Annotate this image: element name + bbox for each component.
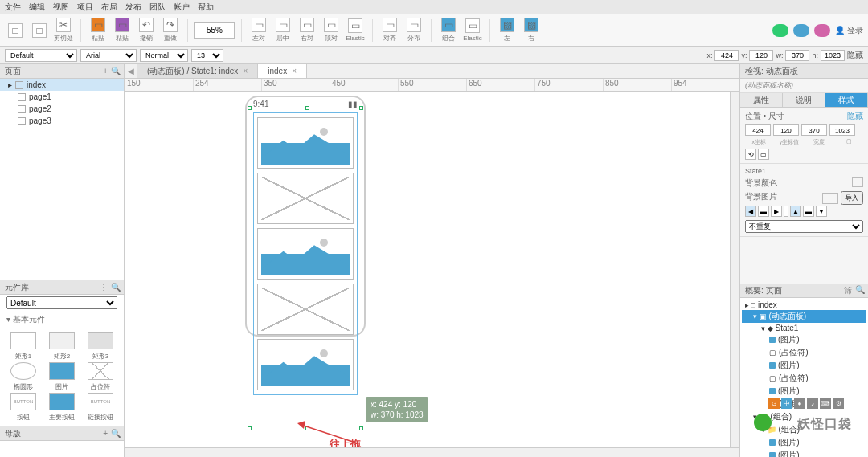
canvas[interactable]: 9:41▮▮ x: 424 y: 120w: 370 h: 1023 往上拖 bbox=[125, 92, 739, 457]
menu-item[interactable]: 帮助 bbox=[198, 2, 214, 13]
size-select[interactable]: 13 bbox=[191, 49, 223, 62]
align-btn[interactable]: ▼ bbox=[816, 206, 827, 217]
page-item[interactable]: page2 bbox=[0, 103, 124, 115]
share-icon[interactable] bbox=[814, 24, 830, 37]
tool-dist[interactable]: ▭分布 bbox=[403, 18, 424, 43]
align-btn[interactable]: ▲ bbox=[790, 206, 801, 217]
widget-name-field[interactable]: (动态面板名称) bbox=[740, 79, 868, 93]
tool-l[interactable]: ▨左 bbox=[497, 18, 518, 43]
flip-btn[interactable]: ▭ bbox=[758, 149, 769, 160]
outline-item[interactable]: (图片) bbox=[742, 385, 866, 398]
tool-undo[interactable]: ↶撤销 bbox=[136, 18, 157, 43]
rotate-btn[interactable]: ⟲ bbox=[745, 149, 756, 160]
close-icon[interactable]: × bbox=[292, 67, 297, 75]
widget-link-button[interactable]: BUTTON链接按钮 bbox=[82, 393, 119, 422]
close-icon[interactable]: × bbox=[243, 67, 248, 75]
search-icon[interactable]: 🔍 bbox=[855, 285, 865, 296]
scrollbar-vertical[interactable] bbox=[730, 92, 739, 447]
menu-item[interactable]: 布局 bbox=[101, 2, 117, 13]
panel-image-2[interactable] bbox=[257, 228, 354, 280]
menu-item[interactable]: 项目 bbox=[77, 2, 93, 13]
tool-paste2[interactable]: ▭粘贴 bbox=[112, 18, 133, 43]
tab-index[interactable]: index × bbox=[258, 64, 307, 78]
tool-align[interactable]: ▭对齐 bbox=[379, 18, 400, 43]
preset-select[interactable]: Default bbox=[5, 49, 77, 62]
tool-align-l[interactable]: ▭左对 bbox=[248, 18, 269, 43]
ime-icon[interactable]: G bbox=[768, 398, 780, 409]
menu-item[interactable]: 编辑 bbox=[29, 2, 45, 13]
tab-style[interactable]: 样式 bbox=[825, 93, 868, 107]
outline-item[interactable]: ▾ ▣ (动态面板) bbox=[742, 310, 866, 323]
widget-rect1[interactable]: 矩形1 bbox=[5, 332, 42, 361]
widget-image[interactable]: 图片 bbox=[43, 362, 80, 391]
menu-item[interactable]: 帐户 bbox=[174, 2, 190, 13]
add-page-icon[interactable]: + bbox=[103, 67, 108, 75]
ime-icon[interactable]: ♪ bbox=[807, 398, 818, 409]
tool-align-t[interactable]: ▭顶对 bbox=[321, 18, 342, 43]
tool-open[interactable]: □ bbox=[29, 23, 50, 38]
dynamic-panel[interactable] bbox=[253, 112, 358, 395]
tool-r[interactable]: ▨右 bbox=[521, 18, 542, 43]
outline-item[interactable]: ▢ (占位符) bbox=[742, 346, 866, 359]
widget-rect3[interactable]: 矩形3 bbox=[82, 332, 119, 361]
page-item[interactable]: ▸ index bbox=[0, 79, 124, 91]
coord-w[interactable] bbox=[785, 50, 809, 61]
login-link[interactable]: 👤 登录 bbox=[835, 25, 863, 36]
widget-ellipse[interactable]: 椭圆形 bbox=[5, 362, 42, 391]
widget-placeholder[interactable]: 占位符 bbox=[82, 362, 119, 391]
widget-button[interactable]: BUTTON按钮 bbox=[5, 393, 42, 422]
search-icon[interactable]: 🔍 bbox=[111, 429, 121, 438]
widget-rect2[interactable]: 矩形2 bbox=[43, 332, 80, 361]
coord-h[interactable] bbox=[821, 50, 845, 61]
panel-placeholder-1[interactable] bbox=[257, 173, 354, 224]
align-btn[interactable]: ▬ bbox=[758, 206, 769, 217]
tool-redo[interactable]: ↷重做 bbox=[160, 18, 181, 43]
panel-image-3[interactable] bbox=[257, 339, 354, 390]
tool-align-c[interactable]: ▭居中 bbox=[272, 18, 293, 43]
filter-icon[interactable]: 筛 bbox=[844, 285, 852, 296]
tool-elastic2[interactable]: ▭Elastic bbox=[462, 18, 483, 42]
outline-item[interactable]: ▸ □ index bbox=[742, 300, 866, 310]
add-master-icon[interactable]: + bbox=[103, 429, 108, 438]
align-btn[interactable]: ▬ bbox=[803, 206, 814, 217]
outline-item[interactable]: ▢ (占位符) bbox=[742, 372, 866, 385]
scrollbar-horizontal[interactable] bbox=[125, 447, 739, 457]
outline-item[interactable]: (图片) bbox=[742, 359, 866, 372]
ime-icon[interactable]: 中 bbox=[781, 398, 792, 409]
tool-align-r[interactable]: ▭右对 bbox=[297, 18, 317, 43]
panel-placeholder-2[interactable] bbox=[257, 284, 354, 335]
prop-h[interactable] bbox=[829, 124, 855, 136]
prop-w[interactable] bbox=[801, 124, 827, 136]
tool-elastic[interactable]: ▭Elastic bbox=[345, 18, 366, 42]
zoom-select[interactable] bbox=[194, 22, 235, 39]
tool-cut[interactable]: ✂剪切处 bbox=[53, 18, 74, 43]
ime-icon[interactable]: ● bbox=[794, 398, 805, 409]
hide-toggle[interactable]: 隐藏 bbox=[847, 111, 863, 122]
page-item[interactable]: page3 bbox=[0, 115, 124, 127]
search-icon[interactable]: 🔍 bbox=[111, 67, 121, 75]
widget-primary-button[interactable]: 主要按钮 bbox=[43, 393, 80, 422]
menu-item[interactable]: 文件 bbox=[5, 2, 21, 13]
tab-state[interactable]: (动态面板) / State1: index × bbox=[137, 64, 258, 78]
tab-nav-left[interactable]: ◀ bbox=[125, 67, 137, 75]
tab-notes[interactable]: 说明 bbox=[783, 93, 825, 107]
align-btn[interactable]: ▶ bbox=[771, 206, 782, 217]
tab-properties[interactable]: 属性 bbox=[740, 93, 783, 107]
style-select[interactable]: Normal bbox=[140, 49, 188, 62]
font-select[interactable]: Arial bbox=[80, 49, 137, 62]
lib-opts-icon[interactable]: ⋮ bbox=[100, 283, 108, 292]
search-icon[interactable]: 🔍 bbox=[111, 283, 121, 292]
tool-group[interactable]: ▭组合 bbox=[438, 18, 459, 43]
ime-icon[interactable]: ⚙ bbox=[833, 398, 844, 409]
import-button[interactable]: 导入 bbox=[841, 191, 863, 205]
outline-item[interactable]: (图片) bbox=[742, 333, 866, 346]
menu-item[interactable]: 视图 bbox=[53, 2, 69, 13]
fill-color-picker[interactable] bbox=[852, 177, 863, 187]
align-btn[interactable]: ◀ bbox=[745, 206, 756, 217]
panel-image-1[interactable] bbox=[257, 117, 354, 169]
coord-y[interactable] bbox=[749, 50, 773, 61]
publish-icon[interactable] bbox=[793, 24, 809, 37]
coord-x[interactable] bbox=[714, 50, 739, 61]
ime-icon[interactable]: ⌨ bbox=[820, 398, 831, 409]
bg-image-preview[interactable] bbox=[822, 193, 838, 204]
